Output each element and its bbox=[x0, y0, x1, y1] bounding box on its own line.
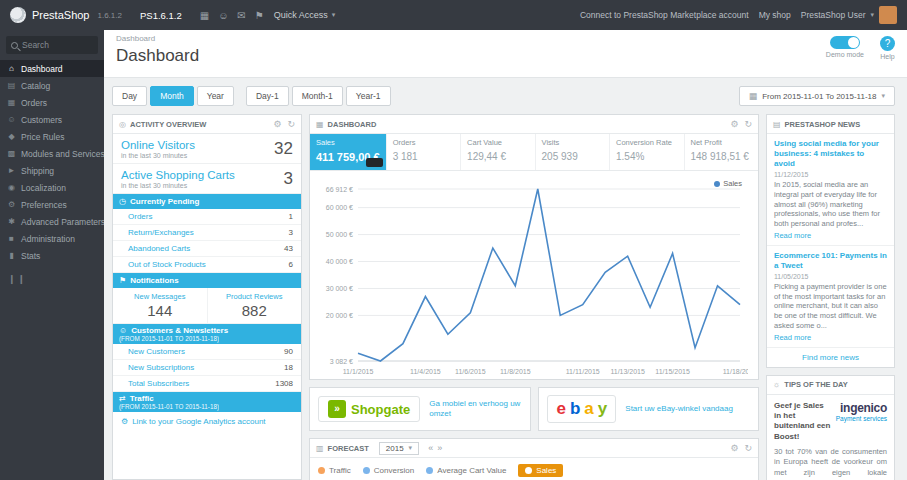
kpi-net-profit[interactable]: Net Profit 148 918,51 € bbox=[685, 134, 758, 170]
orders-notification-icon[interactable]: ▦ bbox=[200, 10, 209, 21]
new-messages-cell[interactable]: New Messages 144 bbox=[113, 288, 207, 323]
kpi-orders[interactable]: Orders 3 181 bbox=[387, 134, 461, 170]
filter-day-button[interactable]: Day bbox=[112, 86, 147, 106]
sidebar-item-localization[interactable]: ◉Localization bbox=[0, 179, 104, 196]
marketplace-link[interactable]: Connect to PrestaShop Marketplace accoun… bbox=[580, 10, 749, 20]
refresh-icon[interactable]: ↻ bbox=[287, 119, 295, 129]
sidebar-item-preferences[interactable]: ⚙Preferences bbox=[0, 196, 104, 213]
refresh-icon[interactable]: ↻ bbox=[744, 119, 752, 129]
next-year-icon[interactable]: » bbox=[437, 443, 442, 453]
messages-notification-icon[interactable]: ✉ bbox=[237, 10, 245, 21]
pending-returns-link[interactable]: Return/Exchanges bbox=[128, 228, 194, 237]
kpi-conversion-rate[interactable]: Conversion Rate 1.54% bbox=[610, 134, 684, 170]
filter-year-1-button[interactable]: Year-1 bbox=[346, 86, 391, 106]
sidebar-item-catalog[interactable]: ▤Catalog bbox=[0, 77, 104, 94]
legend-dot bbox=[318, 467, 325, 474]
out-of-stock-link[interactable]: Out of Stock Products bbox=[128, 260, 206, 269]
gear-icon[interactable]: ⚙ bbox=[730, 119, 738, 129]
shopgate-ad-link[interactable]: Ga mobiel en verhoog uw omzet bbox=[429, 399, 521, 420]
new-customers-link[interactable]: New Customers bbox=[128, 347, 185, 356]
kpi-label: Visits bbox=[542, 138, 603, 147]
chart-legend[interactable]: Sales bbox=[714, 179, 742, 188]
customers-notification-icon[interactable]: ☺ bbox=[218, 10, 228, 21]
customers-row: New Customers90 bbox=[113, 344, 301, 360]
pending-orders-link[interactable]: Orders bbox=[128, 212, 152, 221]
toggle-knob bbox=[848, 37, 859, 48]
sidebar-item-label: Localization bbox=[21, 183, 66, 193]
google-analytics-link[interactable]: ⚙ Link to your Google Analytics account bbox=[113, 412, 301, 431]
rocket-icon[interactable]: ⚑ bbox=[255, 10, 264, 21]
stats-icon: ▮ bbox=[7, 251, 16, 260]
forecast-toggle-sales[interactable]: Sales bbox=[518, 464, 563, 477]
traffic-title: Traffic bbox=[130, 394, 154, 403]
forecast-year-select[interactable]: 2015 ▾ bbox=[379, 442, 419, 455]
sidebar-item-customers[interactable]: ☺Customers bbox=[0, 111, 104, 128]
active-carts-label[interactable]: Active Shopping Carts bbox=[121, 169, 293, 181]
sidebar-item-orders[interactable]: ▦Orders bbox=[0, 94, 104, 111]
sidebar-item-shipping[interactable]: ►Shipping bbox=[0, 162, 104, 179]
legend-label: Sales bbox=[536, 466, 556, 475]
tips-headline: Geef je Sales in het buitenland een Boos… bbox=[774, 401, 831, 443]
my-shop-link[interactable]: My shop bbox=[759, 10, 791, 20]
help-label: Help bbox=[880, 53, 895, 60]
breadcrumb[interactable]: Dashboard bbox=[116, 34, 895, 43]
sidebar-item-modules[interactable]: ▩Modules and Services bbox=[0, 145, 104, 162]
sidebar-item-stats[interactable]: ▮Stats bbox=[0, 247, 104, 264]
prestashop-brand[interactable]: PrestaShop 1.6.1.2 bbox=[10, 7, 122, 23]
read-more-link[interactable]: Read more bbox=[774, 231, 811, 240]
kpi-value: 205 939 bbox=[542, 151, 603, 162]
product-reviews-cell[interactable]: Product Reviews 882 bbox=[207, 288, 302, 323]
forecast-toggle-conversion[interactable]: Conversion bbox=[363, 466, 414, 475]
quick-access-menu[interactable]: Quick Access ▾ bbox=[274, 10, 336, 20]
gear-icon[interactable]: ⚙ bbox=[273, 119, 281, 129]
kpi-cart-value[interactable]: Cart Value 129,44 € bbox=[461, 134, 535, 170]
collapse-menu-icon[interactable]: ❙❙ bbox=[0, 264, 104, 294]
sidebar-item-price-rules[interactable]: ◆Price Rules bbox=[0, 128, 104, 145]
forecast-panel: ▥ FORECAST 2015 ▾ « » ⚙↻ Traffic bbox=[309, 438, 759, 480]
article-title-link[interactable]: Using social media for your business: 4 … bbox=[774, 139, 887, 169]
kpi-visits[interactable]: Visits 205 939 bbox=[536, 134, 610, 170]
pending-row: Abandoned Carts43 bbox=[113, 241, 301, 257]
new-subscriptions-link[interactable]: New Subscriptions bbox=[128, 363, 194, 372]
gear-icon[interactable]: ⚙ bbox=[730, 443, 738, 453]
traffic-icon: ⇄ bbox=[119, 394, 126, 403]
topbar-notifications: ▦ ☺ ✉ ⚑ bbox=[200, 10, 264, 21]
sidebar-item-label: Modules and Services bbox=[21, 149, 104, 159]
active-carts-sub: in the last 30 minutes bbox=[121, 182, 293, 189]
svg-text:40 000 €: 40 000 € bbox=[326, 258, 353, 265]
shop-name[interactable]: PS1.6.1.2 bbox=[140, 10, 182, 21]
article-title-link[interactable]: Ecommerce 101: Payments in a Tweet bbox=[774, 251, 887, 271]
filter-day-1-button[interactable]: Day-1 bbox=[246, 86, 289, 106]
filter-month-1-button[interactable]: Month-1 bbox=[292, 86, 343, 106]
gear-icon: ⚙ bbox=[7, 200, 16, 209]
sidebar-item-label: Customers bbox=[21, 115, 62, 125]
abandoned-carts-link[interactable]: Abandoned Carts bbox=[128, 244, 190, 253]
forecast-toggle-avg-cart-value[interactable]: Average Cart Value bbox=[426, 466, 506, 475]
read-more-link[interactable]: Read more bbox=[774, 333, 811, 342]
help-icon[interactable]: ? bbox=[880, 36, 895, 51]
date-range-button[interactable]: ▦ From 2015-11-01 To 2015-11-18 ▾ bbox=[739, 86, 895, 106]
filter-month-button[interactable]: Month bbox=[150, 86, 194, 106]
brand-version: 1.6.1.2 bbox=[97, 11, 121, 20]
sidebar-item-advanced-parameters[interactable]: ✱Advanced Parameters bbox=[0, 213, 104, 230]
kpi-label: Sales bbox=[316, 138, 380, 147]
refresh-icon[interactable]: ↻ bbox=[744, 443, 752, 453]
forecast-toggle-traffic[interactable]: Traffic bbox=[318, 466, 351, 475]
online-visitors-label[interactable]: Online Visitors bbox=[121, 139, 293, 151]
sidebar-item-administration[interactable]: ■Administration bbox=[0, 230, 104, 247]
user-menu[interactable]: PrestaShop User ▾ bbox=[801, 6, 897, 24]
previous-year-icon[interactable]: « bbox=[428, 443, 433, 453]
demo-mode-toggle[interactable] bbox=[830, 36, 860, 49]
search-input[interactable] bbox=[22, 40, 93, 50]
ebay-ad-link[interactable]: Start uw eBay-winkel vandaag bbox=[625, 404, 733, 414]
filter-year-button[interactable]: Year bbox=[197, 86, 234, 106]
new-messages-value: 144 bbox=[115, 302, 205, 319]
find-more-news-link[interactable]: Find more news bbox=[767, 348, 894, 367]
legend-dot bbox=[363, 467, 370, 474]
total-subscribers-link[interactable]: Total Subscribers bbox=[128, 379, 189, 388]
pending-returns-value: 3 bbox=[289, 228, 293, 237]
ingenico-logo: ingenico Payment services bbox=[835, 401, 888, 443]
sidebar-item-dashboard[interactable]: ⌂Dashboard bbox=[0, 60, 104, 77]
clock-icon: ◷ bbox=[119, 197, 126, 206]
kpi-sales[interactable]: Sales 411 759,00 € bbox=[310, 134, 387, 170]
